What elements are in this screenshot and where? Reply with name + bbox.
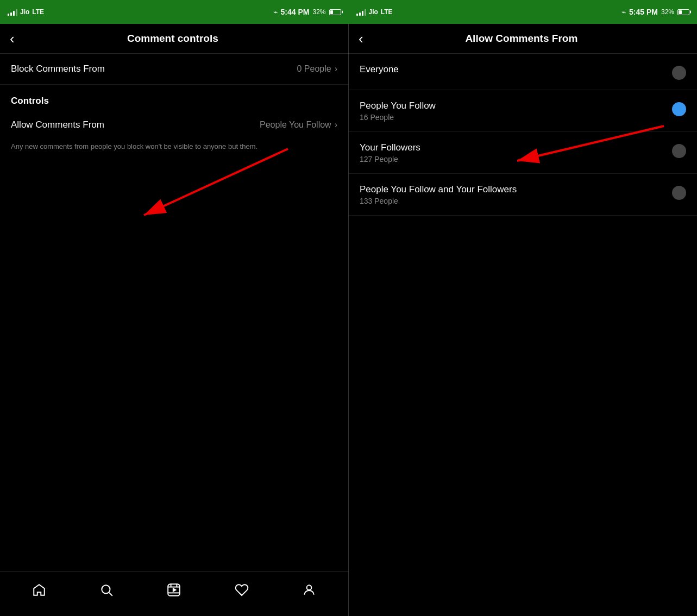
controls-section-header: Controls (0, 85, 348, 111)
battery-icon-right (677, 9, 689, 15)
option-row-1[interactable]: People You Follow16 People (349, 90, 697, 132)
radio-btn-3[interactable] (672, 186, 686, 200)
battery-pct-right: 32% (661, 8, 674, 16)
radio-btn-1[interactable] (672, 102, 686, 116)
carrier-left: Jio (20, 8, 29, 16)
nav-search[interactable] (95, 578, 118, 602)
option-subtitle-1: 16 People (360, 113, 672, 122)
option-subtitle-3: 133 People (360, 197, 672, 205)
nav-heart[interactable] (230, 578, 254, 602)
option-row-0[interactable]: Everyone (349, 54, 697, 90)
block-description: Any new comments from people you block w… (0, 139, 348, 161)
option-subtitle-2: 127 People (360, 155, 672, 164)
time-left: 5:44 PM (281, 8, 310, 16)
time-right: 5:45 PM (629, 8, 658, 16)
option-title-3: People You Follow and Your Followers (360, 184, 672, 196)
radio-btn-2[interactable] (672, 144, 686, 158)
svg-point-0 (102, 585, 110, 593)
right-header: ‹ Allow Comments From (349, 24, 697, 54)
link-icon-left: ⌁ (273, 8, 278, 16)
svg-marker-3 (173, 587, 177, 592)
nav-profile[interactable] (297, 578, 321, 602)
battery-icon-left (329, 9, 341, 15)
svg-point-8 (307, 585, 312, 590)
block-comments-label: Block Comments From (11, 64, 297, 74)
network-left: LTE (32, 8, 44, 16)
back-button-right[interactable]: ‹ (359, 32, 363, 46)
svg-line-1 (109, 592, 112, 595)
option-title-0: Everyone (360, 64, 672, 76)
battery-pct-left: 32% (312, 8, 325, 16)
carrier-right: Jio (369, 8, 378, 16)
options-list: EveryonePeople You Follow16 PeopleYour F… (349, 54, 697, 216)
network-right: LTE (381, 8, 393, 16)
option-title-2: Your Followers (360, 142, 672, 154)
radio-btn-0[interactable] (672, 66, 686, 80)
back-button-left[interactable]: ‹ (10, 32, 15, 46)
option-title-1: People You Follow (360, 100, 672, 112)
block-comments-value: 0 People (297, 64, 331, 74)
link-icon-right: ⌁ (621, 8, 626, 16)
block-comments-chevron: › (335, 64, 337, 74)
nav-home[interactable] (27, 578, 51, 602)
allow-comments-chevron: › (335, 120, 337, 130)
controls-heading: Controls (11, 96, 49, 106)
allow-comments-value: People You Follow (260, 120, 331, 130)
left-screen-title: Comment controls (21, 33, 324, 45)
left-header: ‹ Comment controls (0, 24, 348, 54)
option-row-3[interactable]: People You Follow and Your Followers133 … (349, 174, 697, 216)
allow-comments-label: Allow Comments From (11, 120, 260, 130)
bottom-nav (0, 571, 348, 616)
block-comments-row[interactable]: Block Comments From 0 People › (0, 54, 348, 85)
option-row-2[interactable]: Your Followers127 People (349, 132, 697, 174)
right-screen-title: Allow Comments From (370, 33, 673, 45)
nav-reels[interactable] (162, 578, 186, 602)
allow-comments-row[interactable]: Allow Comments From People You Follow › (0, 111, 348, 139)
